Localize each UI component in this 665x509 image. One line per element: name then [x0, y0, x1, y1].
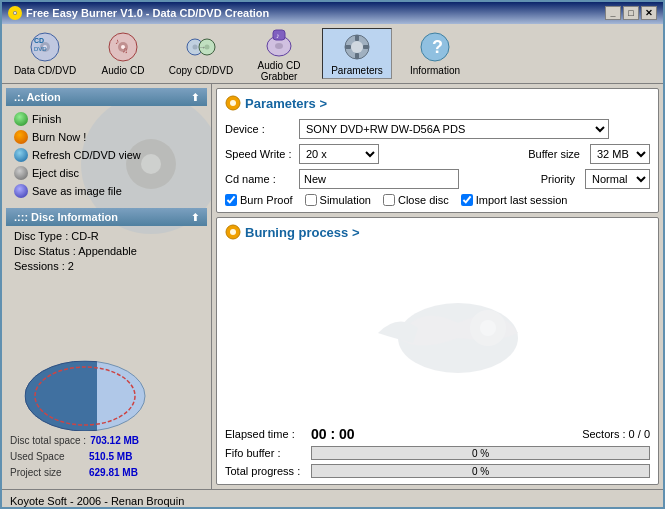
close-disc-input[interactable] [383, 194, 395, 206]
toolbar-data-cd[interactable]: CD DVD Data CD/DVD [10, 29, 80, 78]
params-cdname-row: Cd name : Priority Normal [225, 169, 650, 189]
toolbar-copy-cd[interactable]: → Copy CD/DVD [166, 29, 236, 78]
svg-point-43 [480, 320, 496, 336]
speed-label: Speed Write : [225, 148, 293, 160]
action-burn-now[interactable]: Burn Now ! [10, 128, 203, 146]
disc-header: .::: Disc Information ⬆ [6, 208, 207, 226]
svg-text:♫: ♫ [122, 46, 128, 55]
disc-ellipse [20, 351, 150, 431]
disc-type: Disc Type : CD-R [14, 230, 199, 242]
svg-point-19 [275, 43, 283, 49]
svg-text:→: → [198, 43, 206, 52]
title-bar-left: Free Easy Burner V1.0 - Data CD/DVD Crea… [8, 6, 269, 20]
close-button[interactable]: ✕ [641, 6, 657, 20]
burning-stats: Elapsed time : 00 : 00 Sectors : 0 / 0 F… [225, 426, 650, 478]
burn-proof-checkbox[interactable]: Burn Proof [225, 194, 293, 206]
import-session-checkbox[interactable]: Import last session [461, 194, 568, 206]
svg-text:?: ? [432, 37, 443, 57]
action-finish[interactable]: Finish [10, 110, 203, 128]
burn-spin-icon [225, 224, 241, 240]
save-image-label: Save as image file [32, 185, 122, 197]
left-content: .:. Action ⬆ Finish Burn Now ! [2, 84, 211, 489]
status-text: Koyote Soft - 2006 - Renan Broquin [10, 495, 184, 507]
burn-now-icon [14, 130, 28, 144]
toolbar-audio-grabber[interactable]: ♪ Audio CD Grabber [244, 24, 314, 84]
data-cd-icon: CD DVD [29, 31, 61, 63]
sectors-label-value: Sectors : 0 / 0 [582, 428, 650, 440]
action-section: .:. Action ⬆ Finish Burn Now ! [6, 88, 207, 204]
burn-proof-input[interactable] [225, 194, 237, 206]
right-panel: Parameters > Device : SONY DVD+RW DW-D56… [212, 84, 663, 489]
action-refresh[interactable]: Refresh CD/DVD view [10, 146, 203, 164]
data-cd-label: Data CD/DVD [14, 65, 76, 76]
left-panel: .:. Action ⬆ Finish Burn Now ! [2, 84, 212, 489]
elapsed-time-value: 00 : 00 [311, 426, 371, 442]
disc-section: .::: Disc Information ⬆ Disc Type : CD-R… [6, 208, 207, 343]
total-progress-bar: 0 % [311, 464, 650, 478]
total-progress-percent: 0 % [312, 465, 649, 477]
svg-point-38 [230, 100, 236, 106]
burn-proof-label: Burn Proof [240, 194, 293, 206]
import-session-input[interactable] [461, 194, 473, 206]
copy-cd-icon: → [185, 31, 217, 63]
device-label: Device : [225, 123, 293, 135]
fifo-progress-label: 0 % [312, 447, 649, 459]
simulation-checkbox[interactable]: Simulation [305, 194, 371, 206]
svg-point-2 [14, 12, 16, 14]
action-eject[interactable]: Eject disc [10, 164, 203, 182]
eject-icon [14, 166, 28, 180]
simulation-input[interactable] [305, 194, 317, 206]
minimize-button[interactable]: _ [605, 6, 621, 20]
action-save-image[interactable]: Save as image file [10, 182, 203, 200]
svg-point-40 [230, 229, 236, 235]
parameters-icon [341, 31, 373, 63]
audio-cd-icon: ♪ ♫ [107, 31, 139, 63]
fifo-buffer-row: Fifo buffer : 0 % [225, 446, 650, 460]
toolbar-parameters[interactable]: Parameters [322, 28, 392, 79]
total-progress-row: Total progress : 0 % [225, 464, 650, 478]
finish-icon [14, 112, 28, 126]
params-device-row: Device : SONY DVD+RW DW-D56A PDS [225, 119, 650, 139]
close-disc-checkbox[interactable]: Close disc [383, 194, 449, 206]
action-header: .:. Action ⬆ [6, 88, 207, 106]
refresh-icon [14, 148, 28, 162]
disc-collapse-icon[interactable]: ⬆ [191, 212, 199, 223]
svg-text:♪: ♪ [115, 37, 119, 46]
disc-total-space: Disc total space : 703.12 MB [10, 433, 139, 449]
buffer-select[interactable]: 32 MB [590, 144, 650, 164]
device-select[interactable]: SONY DVD+RW DW-D56A PDS [299, 119, 609, 139]
svg-rect-27 [363, 45, 369, 49]
fifo-label: Fifo buffer : [225, 447, 305, 459]
import-session-label: Import last session [476, 194, 568, 206]
svg-point-14 [193, 45, 198, 50]
burn-now-label: Burn Now ! [32, 131, 86, 143]
toolbar-audio-cd[interactable]: ♪ ♫ Audio CD [88, 29, 158, 78]
cdname-input[interactable] [299, 169, 459, 189]
information-icon: ? [419, 31, 451, 63]
priority-select[interactable]: Normal [585, 169, 650, 189]
audio-grabber-label: Audio CD Grabber [246, 60, 312, 82]
fifo-progress-bar: 0 % [311, 446, 650, 460]
information-label: Information [410, 65, 460, 76]
title-text: Free Easy Burner V1.0 - Data CD/DVD Crea… [26, 7, 269, 19]
finish-label: Finish [32, 113, 61, 125]
disc-usage-chart [20, 351, 150, 431]
svg-point-23 [351, 41, 363, 53]
params-checkboxes-row: Burn Proof Simulation Close disc Import … [225, 194, 650, 206]
parameters-label: Parameters [331, 65, 383, 76]
elapsed-time-row: Elapsed time : 00 : 00 Sectors : 0 / 0 [225, 426, 650, 442]
speed-select[interactable]: 20 x [299, 144, 379, 164]
total-progress-label: Total progress : [225, 465, 305, 477]
copy-cd-label: Copy CD/DVD [169, 65, 233, 76]
close-disc-label: Close disc [398, 194, 449, 206]
priority-label: Priority [541, 173, 575, 185]
disc-used-space: Used Space 510.5 MB [10, 449, 139, 465]
action-collapse-icon[interactable]: ⬆ [191, 92, 199, 103]
audio-cd-label: Audio CD [102, 65, 145, 76]
disc-legend: Disc total space : 703.12 MB Used Space … [10, 433, 139, 481]
main-window: Free Easy Burner V1.0 - Data CD/DVD Crea… [0, 0, 665, 509]
toolbar-information[interactable]: ? Information [400, 29, 470, 78]
svg-rect-26 [345, 45, 351, 49]
maximize-button[interactable]: □ [623, 6, 639, 20]
action-header-text: .:. Action [14, 91, 61, 103]
